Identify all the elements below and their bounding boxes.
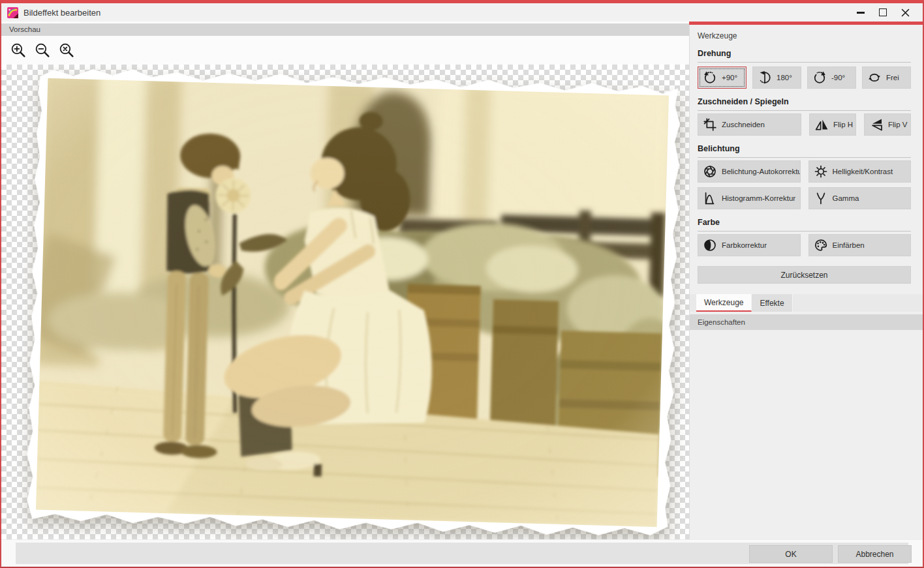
title-bar: Bildeffekt bearbeiten	[1, 3, 923, 22]
preview-zoom-toolbar	[1, 36, 689, 65]
section-title-zuschneiden: Zuschneiden / Spiegeln	[698, 97, 911, 111]
button-label: Farbkorrektur	[722, 241, 767, 249]
color-correction-button[interactable]: Farbkorrektur	[698, 234, 801, 256]
gamma-button[interactable]: Gamma	[808, 187, 912, 209]
button-label: Histogramm-Korrektur	[722, 194, 795, 202]
button-label: +90°	[722, 74, 737, 82]
rotate-free-icon	[867, 70, 882, 85]
flip-vertical-icon	[869, 117, 884, 132]
crop-icon	[703, 117, 717, 132]
crop-flip-row: Zuschneiden Flip H Flip V	[698, 113, 911, 136]
tint-icon	[814, 238, 828, 252]
zoom-in-icon	[10, 42, 27, 59]
minimize-button[interactable]	[850, 3, 872, 22]
ok-button[interactable]: OK	[749, 545, 833, 563]
dialog-window: Bildeffekt bearbeiten Vorschau	[0, 0, 924, 568]
cancel-button[interactable]: Abbrechen	[838, 545, 912, 563]
auto-exposure-button[interactable]: Belichtung-Autokorrektur	[698, 160, 801, 183]
button-label: Flip V	[888, 121, 907, 128]
photo-vignette	[36, 78, 669, 527]
flip-vertical-button[interactable]: Flip V	[864, 113, 911, 136]
preview-pane: Vorschau	[1, 22, 689, 539]
rotation-row: +90° 180° -90°	[698, 67, 911, 89]
close-button[interactable]	[894, 3, 916, 22]
zoom-reset-button[interactable]	[56, 40, 77, 61]
tint-button[interactable]: Einfärben	[808, 234, 912, 256]
maximize-icon	[879, 8, 887, 16]
rotate-minus90-button[interactable]: -90°	[807, 67, 856, 89]
zoom-reset-icon	[58, 42, 76, 59]
button-label: Flip H	[833, 121, 853, 128]
flip-horizontal-icon	[814, 117, 829, 132]
histogram-correction-button[interactable]: Histogramm-Korrektur	[698, 187, 801, 209]
photo-torn-paper	[22, 65, 682, 539]
aperture-icon	[703, 164, 717, 179]
rotate-180-button[interactable]: 180°	[752, 67, 801, 89]
minimize-icon	[857, 12, 865, 14]
color-row: Farbkorrektur Einfärben	[698, 234, 911, 256]
close-icon	[901, 8, 910, 17]
tools-header: Werkzeuge	[698, 31, 911, 40]
rotate-ccw-icon	[812, 70, 827, 85]
rotate-free-button[interactable]: Frei	[862, 67, 911, 89]
color-correction-icon	[703, 238, 717, 252]
preview-canvas	[1, 65, 689, 539]
tab-werkzeuge[interactable]: Werkzeuge	[696, 294, 752, 312]
exposure-row-2: Histogramm-Korrektur Gamma	[698, 187, 911, 209]
button-label: Frei	[886, 74, 899, 82]
brightness-contrast-button[interactable]: Helligkeit/Kontrast	[808, 160, 912, 183]
button-label: 180°	[777, 74, 792, 82]
crop-button[interactable]: Zuschneiden	[698, 113, 801, 136]
button-label: Helligkeit/Kontrast	[833, 168, 893, 175]
button-label: Gamma	[833, 194, 859, 202]
gamma-icon	[814, 191, 828, 205]
rotate-cw-icon	[703, 70, 717, 85]
photo-sepia-scene	[36, 78, 669, 527]
section-title-drehung: Drehung	[698, 49, 911, 63]
reset-button[interactable]: Zurücksetzen	[698, 266, 911, 284]
dialog-footer: OK Abbrechen	[1, 539, 923, 567]
zoom-out-button[interactable]	[32, 40, 53, 61]
brightness-icon	[814, 164, 828, 179]
histogram-icon	[703, 191, 717, 205]
tools-pane: Werkzeuge Drehung +90° 180°	[689, 25, 923, 539]
button-label: -90°	[831, 74, 845, 82]
section-title-farbe: Farbe	[698, 218, 911, 232]
tools-tabbar: Werkzeuge Effekte	[690, 294, 923, 312]
flip-horizontal-button[interactable]: Flip H	[809, 113, 856, 136]
exposure-row-1: Belichtung-Autokorrektur Helligkeit/Kont…	[698, 160, 911, 183]
button-label: Belichtung-Autokorrektur	[722, 168, 801, 175]
zoom-out-icon	[34, 42, 52, 59]
rotate-180-icon	[758, 70, 772, 85]
app-logo-icon	[7, 7, 18, 18]
preview-header: Vorschau	[1, 23, 689, 36]
maximize-button[interactable]	[872, 3, 894, 22]
preview-photo	[22, 65, 682, 539]
zoom-in-button[interactable]	[8, 40, 29, 61]
rotate-plus90-button[interactable]: +90°	[698, 67, 747, 89]
window-title: Bildeffekt bearbeiten	[23, 8, 850, 18]
button-label: Zuschneiden	[722, 121, 765, 128]
properties-header: Eigenschaften	[690, 314, 923, 330]
section-title-belichtung: Belichtung	[698, 144, 911, 158]
button-label: Einfärben	[833, 241, 865, 249]
tab-effekte[interactable]: Effekte	[752, 294, 792, 312]
photo-image	[36, 78, 669, 527]
